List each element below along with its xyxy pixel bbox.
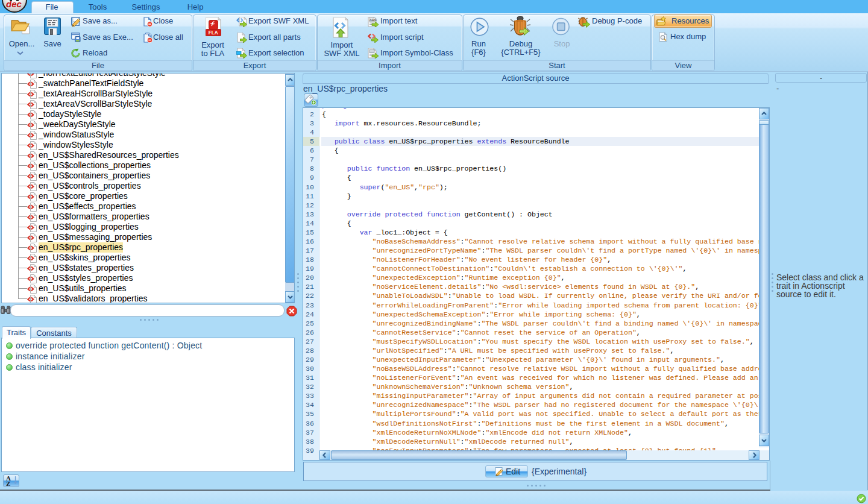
svg-text:ABC: ABC xyxy=(370,18,377,22)
svg-text:FLA: FLA xyxy=(209,30,218,36)
